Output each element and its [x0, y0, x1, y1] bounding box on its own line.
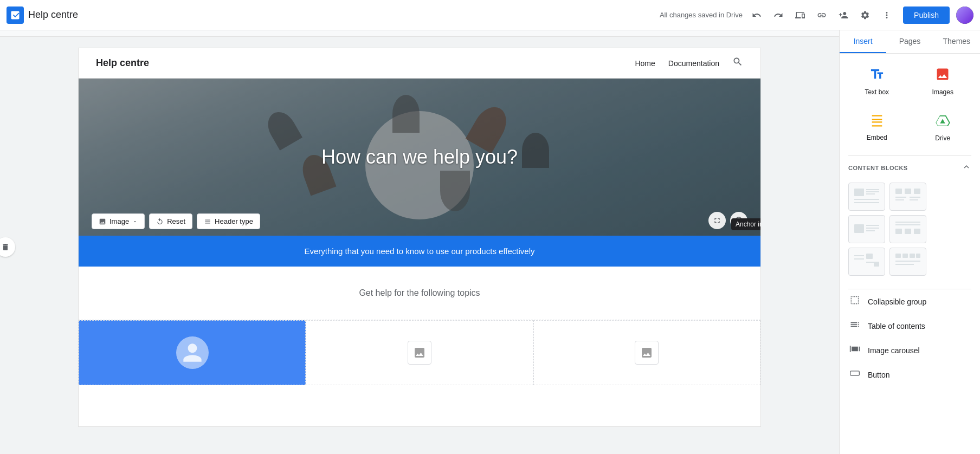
header-type-button[interactable]: Header type	[197, 213, 260, 229]
anchor-tooltip: Anchor image	[731, 218, 760, 230]
image-label: Image	[109, 217, 129, 225]
card-3-placeholder	[635, 341, 659, 365]
topbar: Help centre All changes saved in Drive P…	[0, 0, 980, 30]
toc-icon	[848, 319, 861, 333]
fullscreen-icon[interactable]	[708, 212, 726, 229]
tool-text-box[interactable]: Text box	[848, 62, 906, 100]
svg-rect-19	[895, 229, 902, 234]
hero-section: How can we help you? Image Reset	[79, 79, 760, 236]
site-header: Help centre Home Documentation	[79, 48, 760, 79]
content-text: Get help for the following topics	[89, 288, 750, 298]
collapsible-icon	[848, 295, 861, 308]
block-thumb-1[interactable]	[848, 183, 885, 211]
user-avatar[interactable]	[956, 7, 973, 24]
hero-heading: How can we help you?	[321, 146, 518, 168]
block-row-1	[848, 183, 971, 211]
svg-rect-29	[910, 254, 915, 258]
canvas-area: Help centre Home Documentation	[0, 30, 839, 454]
button-label: Button	[868, 371, 889, 379]
svg-rect-13	[854, 224, 864, 233]
collapse-button[interactable]	[962, 162, 971, 174]
page-canvas: Help centre Home Documentation	[78, 48, 761, 427]
preview-button[interactable]	[790, 5, 810, 25]
add-person-button[interactable]	[834, 5, 853, 25]
banner-text: Everything that you need to know to use …	[89, 247, 750, 256]
more-button[interactable]	[877, 5, 897, 25]
block-thumb-2[interactable]	[889, 183, 926, 211]
content-section: Get help for the following topics	[79, 267, 760, 320]
tool-images[interactable]: Images	[914, 62, 972, 100]
delete-button[interactable]	[0, 237, 15, 257]
settings-button[interactable]	[855, 5, 875, 25]
block-thumb-6[interactable]	[889, 248, 926, 276]
ruler	[0, 30, 839, 37]
content-blocks-grid	[840, 178, 980, 289]
carousel-label: Image carousel	[868, 346, 920, 355]
svg-rect-21	[914, 229, 920, 234]
collapsible-group-item[interactable]: Collapsible group	[840, 289, 980, 314]
canvas-wrapper: Help centre Home Documentation	[11, 48, 828, 427]
image-button[interactable]: Image	[92, 213, 145, 229]
sidebar-tools: Text box Images Embed Driv	[840, 54, 980, 155]
svg-rect-7	[905, 189, 911, 194]
site-brand: Help centre	[96, 57, 149, 69]
svg-rect-8	[914, 189, 920, 194]
tool-embed[interactable]: Embed	[848, 109, 906, 146]
svg-rect-24	[866, 254, 873, 259]
undo-button[interactable]	[747, 5, 766, 25]
block-thumb-5[interactable]	[848, 248, 885, 276]
svg-rect-30	[916, 254, 920, 258]
search-icon[interactable]	[732, 56, 743, 70]
toolbar-actions: Publish	[747, 5, 973, 25]
tool-drive[interactable]: Drive	[914, 109, 972, 146]
cards-section	[79, 320, 760, 385]
svg-rect-28	[902, 254, 908, 258]
right-sidebar: Insert Pages Themes Text box Images	[839, 30, 980, 454]
svg-rect-33	[850, 371, 860, 375]
app-logo	[7, 7, 24, 24]
header-type-label: Header type	[215, 217, 253, 225]
card-2	[306, 320, 533, 385]
tab-insert[interactable]: Insert	[840, 30, 886, 53]
svg-rect-6	[895, 189, 902, 194]
block-thumb-3[interactable]	[848, 215, 885, 243]
card-1	[79, 320, 306, 385]
reset-button[interactable]: Reset	[149, 213, 192, 229]
images-label: Images	[932, 88, 953, 96]
block-thumb-4[interactable]	[889, 215, 926, 243]
embed-icon	[869, 113, 885, 131]
drive-icon	[935, 113, 950, 131]
button-icon	[848, 368, 861, 381]
redo-button[interactable]	[769, 5, 788, 25]
embed-label: Embed	[867, 134, 887, 141]
blue-banner: Everything that you need to know to use …	[79, 236, 760, 267]
block-row-2	[848, 215, 971, 243]
card-3	[533, 320, 760, 385]
canvas-inner: Help centre Home Documentation	[0, 37, 839, 438]
hero-controls: Image Reset Header type	[92, 213, 260, 229]
save-status: All changes saved in Drive	[660, 11, 743, 19]
publish-button[interactable]: Publish	[903, 7, 950, 24]
button-item[interactable]: Button	[840, 362, 980, 387]
tab-pages[interactable]: Pages	[886, 30, 933, 53]
svg-rect-20	[905, 229, 911, 234]
site-nav: Home Documentation	[635, 56, 743, 70]
card-2-placeholder	[408, 341, 431, 365]
toc-label: Table of contents	[868, 322, 925, 330]
nav-docs[interactable]: Documentation	[668, 59, 719, 68]
svg-rect-26	[874, 262, 879, 267]
table-of-contents-item[interactable]: Table of contents	[840, 314, 980, 338]
image-carousel-item[interactable]: Image carousel	[840, 338, 980, 362]
anchor-wrapper: Anchor image	[730, 212, 747, 229]
document-title: Help centre	[28, 9, 655, 21]
hero-text: How can we help you?	[321, 146, 518, 168]
link-button[interactable]	[812, 5, 831, 25]
images-icon	[935, 67, 950, 85]
content-blocks-header: CONTENT BLOCKS	[840, 155, 980, 178]
nav-home[interactable]: Home	[635, 59, 655, 68]
block-row-3	[848, 248, 971, 276]
sidebar-list: Collapsible group Table of contents Imag…	[840, 289, 980, 387]
svg-rect-0	[854, 189, 864, 196]
tab-themes[interactable]: Themes	[933, 30, 980, 53]
collapsible-label: Collapsible group	[868, 297, 926, 306]
